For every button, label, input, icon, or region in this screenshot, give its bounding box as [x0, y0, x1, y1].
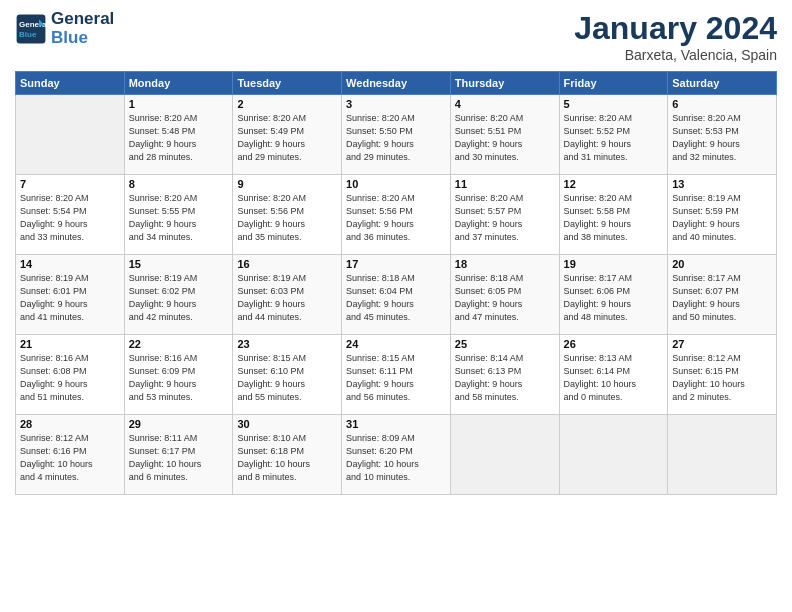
- day-info: Sunrise: 8:17 AM Sunset: 6:07 PM Dayligh…: [672, 272, 772, 324]
- day-number: 1: [129, 98, 229, 110]
- day-info: Sunrise: 8:20 AM Sunset: 5:51 PM Dayligh…: [455, 112, 555, 164]
- day-info: Sunrise: 8:15 AM Sunset: 6:11 PM Dayligh…: [346, 352, 446, 404]
- calendar-cell: 28Sunrise: 8:12 AM Sunset: 6:16 PM Dayli…: [16, 415, 125, 495]
- day-number: 23: [237, 338, 337, 350]
- weekday-wednesday: Wednesday: [342, 72, 451, 95]
- day-info: Sunrise: 8:18 AM Sunset: 6:05 PM Dayligh…: [455, 272, 555, 324]
- calendar-cell: 23Sunrise: 8:15 AM Sunset: 6:10 PM Dayli…: [233, 335, 342, 415]
- calendar-cell: 9Sunrise: 8:20 AM Sunset: 5:56 PM Daylig…: [233, 175, 342, 255]
- calendar-cell: [16, 95, 125, 175]
- logo-blue: Blue: [51, 29, 114, 48]
- day-number: 9: [237, 178, 337, 190]
- title-block: January 2024 Barxeta, Valencia, Spain: [574, 10, 777, 63]
- day-info: Sunrise: 8:20 AM Sunset: 5:53 PM Dayligh…: [672, 112, 772, 164]
- day-number: 24: [346, 338, 446, 350]
- day-info: Sunrise: 8:19 AM Sunset: 6:02 PM Dayligh…: [129, 272, 229, 324]
- logo-general: General: [51, 10, 114, 29]
- logo: General Blue General Blue: [15, 10, 114, 47]
- calendar-cell: 20Sunrise: 8:17 AM Sunset: 6:07 PM Dayli…: [668, 255, 777, 335]
- day-number: 30: [237, 418, 337, 430]
- day-info: Sunrise: 8:19 AM Sunset: 5:59 PM Dayligh…: [672, 192, 772, 244]
- calendar-cell: 17Sunrise: 8:18 AM Sunset: 6:04 PM Dayli…: [342, 255, 451, 335]
- day-info: Sunrise: 8:20 AM Sunset: 5:54 PM Dayligh…: [20, 192, 120, 244]
- day-info: Sunrise: 8:20 AM Sunset: 5:49 PM Dayligh…: [237, 112, 337, 164]
- day-info: Sunrise: 8:20 AM Sunset: 5:55 PM Dayligh…: [129, 192, 229, 244]
- day-info: Sunrise: 8:16 AM Sunset: 6:08 PM Dayligh…: [20, 352, 120, 404]
- day-info: Sunrise: 8:12 AM Sunset: 6:16 PM Dayligh…: [20, 432, 120, 484]
- day-info: Sunrise: 8:19 AM Sunset: 6:01 PM Dayligh…: [20, 272, 120, 324]
- calendar-cell: 12Sunrise: 8:20 AM Sunset: 5:58 PM Dayli…: [559, 175, 668, 255]
- week-row-5: 28Sunrise: 8:12 AM Sunset: 6:16 PM Dayli…: [16, 415, 777, 495]
- calendar-cell: 24Sunrise: 8:15 AM Sunset: 6:11 PM Dayli…: [342, 335, 451, 415]
- location-subtitle: Barxeta, Valencia, Spain: [574, 47, 777, 63]
- svg-text:Blue: Blue: [19, 30, 37, 39]
- day-info: Sunrise: 8:10 AM Sunset: 6:18 PM Dayligh…: [237, 432, 337, 484]
- day-info: Sunrise: 8:14 AM Sunset: 6:13 PM Dayligh…: [455, 352, 555, 404]
- day-info: Sunrise: 8:20 AM Sunset: 5:58 PM Dayligh…: [564, 192, 664, 244]
- day-number: 20: [672, 258, 772, 270]
- day-info: Sunrise: 8:20 AM Sunset: 5:52 PM Dayligh…: [564, 112, 664, 164]
- day-number: 7: [20, 178, 120, 190]
- calendar-table: SundayMondayTuesdayWednesdayThursdayFrid…: [15, 71, 777, 495]
- calendar-cell: 6Sunrise: 8:20 AM Sunset: 5:53 PM Daylig…: [668, 95, 777, 175]
- weekday-tuesday: Tuesday: [233, 72, 342, 95]
- weekday-thursday: Thursday: [450, 72, 559, 95]
- day-number: 8: [129, 178, 229, 190]
- calendar-cell: 13Sunrise: 8:19 AM Sunset: 5:59 PM Dayli…: [668, 175, 777, 255]
- day-number: 15: [129, 258, 229, 270]
- calendar-cell: 10Sunrise: 8:20 AM Sunset: 5:56 PM Dayli…: [342, 175, 451, 255]
- calendar-cell: 1Sunrise: 8:20 AM Sunset: 5:48 PM Daylig…: [124, 95, 233, 175]
- day-info: Sunrise: 8:20 AM Sunset: 5:48 PM Dayligh…: [129, 112, 229, 164]
- day-number: 10: [346, 178, 446, 190]
- day-info: Sunrise: 8:09 AM Sunset: 6:20 PM Dayligh…: [346, 432, 446, 484]
- week-row-4: 21Sunrise: 8:16 AM Sunset: 6:08 PM Dayli…: [16, 335, 777, 415]
- day-number: 21: [20, 338, 120, 350]
- day-number: 4: [455, 98, 555, 110]
- calendar-cell: 2Sunrise: 8:20 AM Sunset: 5:49 PM Daylig…: [233, 95, 342, 175]
- calendar-cell: 26Sunrise: 8:13 AM Sunset: 6:14 PM Dayli…: [559, 335, 668, 415]
- calendar-cell: 7Sunrise: 8:20 AM Sunset: 5:54 PM Daylig…: [16, 175, 125, 255]
- calendar-cell: 22Sunrise: 8:16 AM Sunset: 6:09 PM Dayli…: [124, 335, 233, 415]
- day-info: Sunrise: 8:20 AM Sunset: 5:50 PM Dayligh…: [346, 112, 446, 164]
- day-info: Sunrise: 8:17 AM Sunset: 6:06 PM Dayligh…: [564, 272, 664, 324]
- logo-text-block: General Blue: [51, 10, 114, 47]
- day-info: Sunrise: 8:15 AM Sunset: 6:10 PM Dayligh…: [237, 352, 337, 404]
- day-info: Sunrise: 8:20 AM Sunset: 5:57 PM Dayligh…: [455, 192, 555, 244]
- calendar-cell: 25Sunrise: 8:14 AM Sunset: 6:13 PM Dayli…: [450, 335, 559, 415]
- day-info: Sunrise: 8:11 AM Sunset: 6:17 PM Dayligh…: [129, 432, 229, 484]
- day-info: Sunrise: 8:13 AM Sunset: 6:14 PM Dayligh…: [564, 352, 664, 404]
- calendar-cell: 16Sunrise: 8:19 AM Sunset: 6:03 PM Dayli…: [233, 255, 342, 335]
- weekday-saturday: Saturday: [668, 72, 777, 95]
- calendar-cell: 8Sunrise: 8:20 AM Sunset: 5:55 PM Daylig…: [124, 175, 233, 255]
- weekday-header-row: SundayMondayTuesdayWednesdayThursdayFrid…: [16, 72, 777, 95]
- day-number: 29: [129, 418, 229, 430]
- calendar-body: 1Sunrise: 8:20 AM Sunset: 5:48 PM Daylig…: [16, 95, 777, 495]
- calendar-cell: 4Sunrise: 8:20 AM Sunset: 5:51 PM Daylig…: [450, 95, 559, 175]
- header: General Blue General Blue January 2024 B…: [15, 10, 777, 63]
- calendar-page: General Blue General Blue January 2024 B…: [0, 0, 792, 612]
- calendar-cell: 31Sunrise: 8:09 AM Sunset: 6:20 PM Dayli…: [342, 415, 451, 495]
- calendar-cell: 21Sunrise: 8:16 AM Sunset: 6:08 PM Dayli…: [16, 335, 125, 415]
- day-number: 3: [346, 98, 446, 110]
- calendar-cell: 27Sunrise: 8:12 AM Sunset: 6:15 PM Dayli…: [668, 335, 777, 415]
- day-number: 25: [455, 338, 555, 350]
- calendar-cell: 3Sunrise: 8:20 AM Sunset: 5:50 PM Daylig…: [342, 95, 451, 175]
- day-info: Sunrise: 8:12 AM Sunset: 6:15 PM Dayligh…: [672, 352, 772, 404]
- week-row-3: 14Sunrise: 8:19 AM Sunset: 6:01 PM Dayli…: [16, 255, 777, 335]
- calendar-cell: 18Sunrise: 8:18 AM Sunset: 6:05 PM Dayli…: [450, 255, 559, 335]
- weekday-monday: Monday: [124, 72, 233, 95]
- day-number: 19: [564, 258, 664, 270]
- calendar-cell: [450, 415, 559, 495]
- day-number: 13: [672, 178, 772, 190]
- logo-icon: General Blue: [15, 13, 47, 45]
- day-number: 6: [672, 98, 772, 110]
- day-number: 17: [346, 258, 446, 270]
- day-number: 5: [564, 98, 664, 110]
- calendar-cell: 11Sunrise: 8:20 AM Sunset: 5:57 PM Dayli…: [450, 175, 559, 255]
- day-number: 28: [20, 418, 120, 430]
- day-number: 11: [455, 178, 555, 190]
- day-info: Sunrise: 8:20 AM Sunset: 5:56 PM Dayligh…: [237, 192, 337, 244]
- calendar-cell: [559, 415, 668, 495]
- week-row-2: 7Sunrise: 8:20 AM Sunset: 5:54 PM Daylig…: [16, 175, 777, 255]
- weekday-friday: Friday: [559, 72, 668, 95]
